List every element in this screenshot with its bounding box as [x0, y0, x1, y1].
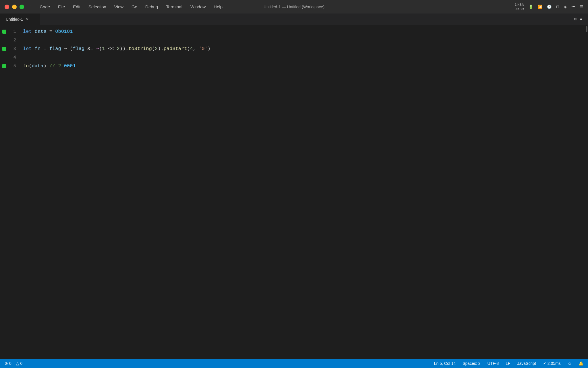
line-number-2: 2 — [9, 38, 23, 43]
breakpoint-5[interactable] — [2, 64, 6, 68]
statusbar-left: ⊗ 0 △ 0 — [5, 361, 22, 366]
menu-apple[interactable]:  — [30, 4, 32, 10]
menu-selection[interactable]: Selection — [88, 4, 106, 9]
list-icon: ☰ — [580, 5, 583, 9]
tab-actions: ⊞ ● — [574, 14, 588, 25]
menu-view[interactable]: View — [114, 4, 123, 9]
wifi-icon: 📶 — [538, 5, 542, 9]
warning-count[interactable]: △ 0 — [16, 361, 23, 366]
notification-icon[interactable]: 🔔 — [579, 361, 583, 366]
timing: ✓ 2.05ms — [543, 361, 561, 366]
language-mode[interactable]: JavaScript — [517, 361, 536, 366]
code-line-3: 3 let fn = flag ⇒ (flag &= ~(1 << 2)).to… — [0, 45, 585, 53]
traffic-lights — [5, 5, 24, 9]
editor-main[interactable]: 1 let data = 0b0101 2 3 let fn = flag ⇒ … — [0, 25, 585, 359]
line-number-3: 3 — [9, 46, 23, 51]
tab-label: Untitled-1 — [6, 17, 23, 22]
statusbar-right: Ln 5, Col 14 Spaces: 2 UTF-8 LF JavaScri… — [434, 361, 583, 366]
finder-icon: ◈ — [564, 5, 567, 9]
split-editor-icon[interactable]: ⊞ — [574, 17, 576, 22]
encoding[interactable]: UTF-8 — [488, 361, 499, 366]
menu-extras-icon: ⊡ — [556, 5, 559, 9]
indentation[interactable]: Spaces: 2 — [463, 361, 480, 366]
line-3-indicator — [0, 47, 9, 51]
scrollbar-thumb[interactable] — [586, 26, 587, 32]
menu-code[interactable]: Code — [40, 4, 50, 9]
code-line-1: 1 let data = 0b0101 — [0, 27, 585, 36]
close-button[interactable] — [5, 5, 9, 9]
titlebar:  Code File Edit Selection View Go Debug… — [0, 0, 588, 14]
code-line-2: 2 — [0, 36, 585, 45]
scrollbar[interactable] — [585, 25, 588, 359]
window-title: Untitled-1 — Untitled (Workspace) — [264, 5, 324, 9]
cursor-position[interactable]: Ln 5, Col 14 — [434, 361, 456, 366]
more-icon: ••• — [571, 5, 575, 9]
minimize-button[interactable] — [12, 5, 17, 9]
line-1-indicator — [0, 30, 9, 34]
menu-help[interactable]: Help — [214, 4, 223, 9]
unsaved-dot-icon: ● — [580, 17, 582, 22]
editor-container: 1 let data = 0b0101 2 3 let fn = flag ⇒ … — [0, 25, 588, 359]
battery-icon: 🔋 — [529, 5, 533, 9]
line-number-4: 4 — [9, 55, 23, 60]
menu-go[interactable]: Go — [131, 4, 137, 9]
line-number-5: 5 — [9, 64, 23, 69]
code-line-4: 4 — [0, 53, 585, 62]
menu-file[interactable]: File — [58, 4, 65, 9]
maximize-button[interactable] — [20, 5, 24, 9]
titlebar-right: 1 KB/s0 KB/s 🔋 📶 🕐 ⊡ ◈ ••• ☰ — [515, 3, 583, 11]
tabbar: Untitled-1 ✕ ⊞ ● — [0, 14, 588, 25]
tab-close-icon[interactable]: ✕ — [26, 17, 29, 21]
line-5-content: fn(data) // ? 0001 — [23, 62, 76, 70]
network-speed: 1 KB/s0 KB/s — [515, 3, 524, 11]
breakpoint-3[interactable] — [2, 47, 6, 51]
menu-edit[interactable]: Edit — [73, 4, 80, 9]
statusbar: ⊗ 0 △ 0 Ln 5, Col 14 Spaces: 2 UTF-8 LF … — [0, 359, 588, 368]
smiley-icon[interactable]: ☺ — [568, 361, 572, 366]
line-1-content: let data = 0b0101 — [23, 27, 73, 36]
breakpoint-1[interactable] — [2, 30, 6, 34]
clock-icon: 🕐 — [547, 5, 552, 9]
tab-untitled1[interactable]: Untitled-1 ✕ — [0, 14, 40, 25]
line-3-content: let fn = flag ⇒ (flag &= ~(1 << 2)).toSt… — [23, 45, 210, 53]
line-5-indicator — [0, 64, 9, 68]
menu-bar:  Code File Edit Selection View Go Debug… — [30, 4, 223, 10]
eol[interactable]: LF — [506, 361, 510, 366]
error-count[interactable]: ⊗ 0 — [5, 361, 11, 366]
menu-debug[interactable]: Debug — [145, 4, 158, 9]
line-number-1: 1 — [9, 29, 23, 34]
menu-window[interactable]: Window — [190, 4, 206, 9]
menu-terminal[interactable]: Terminal — [166, 4, 182, 9]
code-line-5: 5 fn(data) // ? 0001 — [0, 62, 585, 70]
